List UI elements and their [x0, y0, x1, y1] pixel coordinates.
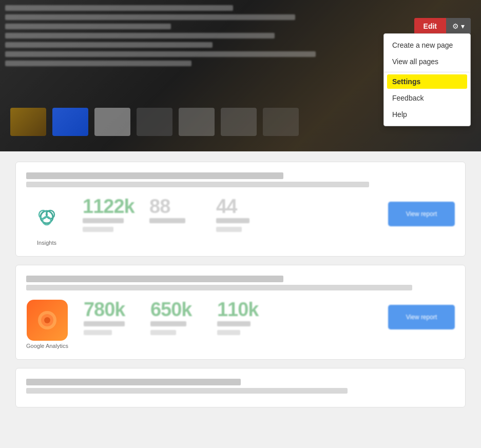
- widget-title-line-1: [26, 172, 283, 179]
- menu-item-feedback[interactable]: Feedback: [384, 90, 470, 106]
- widget-logo-insights: [26, 197, 67, 238]
- widget-body-analytics: Google Analytics 780k 650k 110k: [26, 300, 455, 349]
- gear-icon: ⚙: [452, 22, 459, 30]
- hero-thumb-7: [263, 108, 299, 136]
- stat-sublabel-sessions: [84, 330, 112, 335]
- hero-thumb-4: [137, 108, 172, 136]
- dropdown-menu: Create a new page View all pages Setting…: [383, 33, 471, 126]
- widget-logo-label-analytics: Google Analytics: [26, 343, 68, 349]
- stat-block-sessions: 780k: [84, 300, 140, 335]
- widget-subtitle-line-1: [26, 182, 369, 187]
- stat-label-sessions: [84, 321, 125, 326]
- stat-sublabel-visitors: [83, 227, 113, 232]
- widget-action-wrapper-analytics: View report: [388, 300, 455, 329]
- hero-thumb-2: [52, 108, 88, 136]
- widget-body-insights: Insights 1122k 88 44 View re: [26, 197, 455, 246]
- stat-value-ga-goals: 110k: [217, 300, 259, 319]
- chevron-down-icon: ▾: [461, 22, 465, 30]
- widget-header-third: [26, 379, 455, 394]
- gear-dropdown-button[interactable]: ⚙ ▾: [446, 18, 471, 34]
- widget-logo-wrapper-analytics: Google Analytics: [26, 300, 68, 349]
- widget-card-third: [15, 368, 466, 407]
- widget-action-wrapper-insights: View report: [388, 197, 455, 226]
- stat-block-users: 650k: [150, 300, 207, 335]
- widget-header-analytics: [26, 276, 455, 290]
- widget-title-line-3: [26, 379, 241, 385]
- toolbar: Edit ⚙ ▾: [414, 18, 471, 34]
- stat-block-ga-goals: 110k: [217, 300, 274, 335]
- hero-blurred-texts: [5, 5, 419, 66]
- menu-item-help[interactable]: Help: [384, 106, 470, 123]
- stat-label-ga-goals: [217, 321, 251, 326]
- stat-block-actions: 88: [149, 197, 206, 223]
- widget-stats-analytics: 780k 650k 110k View report: [84, 300, 455, 335]
- hero-thumb-5: [179, 108, 215, 136]
- hero-thumb-1: [10, 108, 46, 136]
- stat-label-actions: [149, 218, 185, 223]
- stat-value-actions: 88: [149, 197, 170, 216]
- widget-logo-wrapper-insights: Insights: [26, 197, 67, 246]
- widget-logo-label-insights: Insights: [37, 240, 56, 246]
- stat-label-visitors: [83, 218, 124, 223]
- widget-action-button-insights[interactable]: View report: [388, 202, 455, 226]
- edit-button[interactable]: Edit: [414, 18, 446, 34]
- widget-logo-analytics: [27, 300, 68, 341]
- stat-label-users: [150, 321, 186, 326]
- stat-value-goals: 44: [216, 197, 237, 216]
- main-content: Insights 1122k 88 44 View re: [0, 151, 481, 418]
- stat-sublabel-users: [150, 330, 176, 335]
- stat-value-sessions: 780k: [84, 300, 125, 319]
- stat-label-goals: [216, 218, 249, 223]
- stat-sublabel-ga-goals: [217, 330, 240, 335]
- stat-sublabel-goals: [216, 227, 242, 232]
- menu-divider: [384, 72, 470, 72]
- widget-stats-insights: 1122k 88 44 View report: [83, 197, 455, 232]
- hero-thumb-6: [221, 108, 257, 136]
- menu-item-create-new-page[interactable]: Create a new page: [384, 37, 470, 53]
- widget-card-insights: Insights 1122k 88 44 View re: [15, 162, 466, 257]
- hero-banner: Edit ⚙ ▾ Create a new page View all page…: [0, 0, 481, 151]
- widget-header-insights: [26, 172, 455, 187]
- hero-images-row: [10, 108, 299, 136]
- widget-action-button-analytics[interactable]: View report: [388, 305, 455, 329]
- widget-subtitle-line-3: [26, 388, 348, 394]
- menu-item-view-all-pages[interactable]: View all pages: [384, 53, 470, 70]
- widget-subtitle-line-2: [26, 285, 412, 290]
- stat-value-users: 650k: [150, 300, 192, 319]
- menu-item-settings[interactable]: Settings: [387, 74, 467, 89]
- stat-block-goals: 44: [216, 197, 273, 232]
- svg-point-6: [44, 317, 50, 323]
- widget-title-line-2: [26, 276, 283, 282]
- stat-value-visitors: 1122k: [83, 197, 134, 216]
- widget-card-google-analytics: Google Analytics 780k 650k 110k: [15, 265, 466, 360]
- hero-thumb-3: [94, 108, 130, 136]
- stat-block-visitors: 1122k: [83, 197, 139, 232]
